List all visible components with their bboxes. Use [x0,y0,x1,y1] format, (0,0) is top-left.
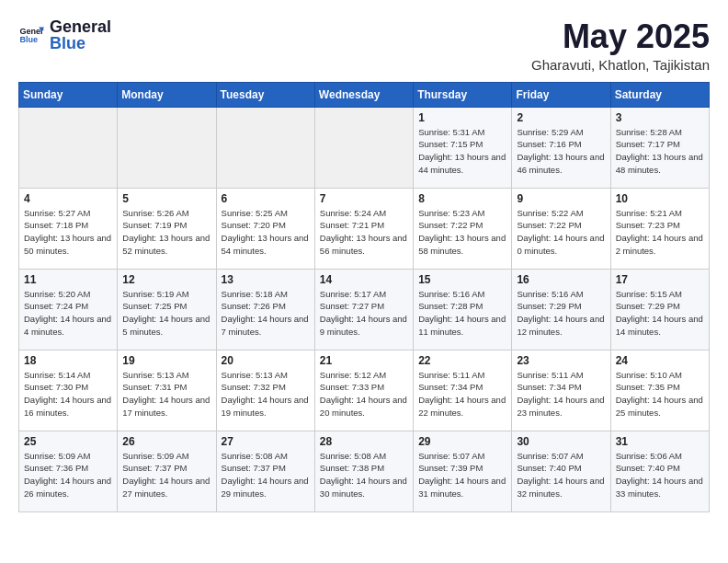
calendar-cell: 13Sunrise: 5:18 AMSunset: 7:26 PMDayligh… [216,269,314,350]
day-info: Sunrise: 5:13 AMSunset: 7:31 PMDaylight:… [122,369,210,419]
logo-blue-text: Blue [50,35,111,52]
calendar-cell [216,107,314,188]
weekday-header-tuesday: Tuesday [216,82,314,107]
day-info: Sunrise: 5:28 AMSunset: 7:17 PMDaylight:… [616,126,704,177]
calendar-cell: 24Sunrise: 5:10 AMSunset: 7:35 PMDayligh… [610,350,709,431]
calendar-cell: 12Sunrise: 5:19 AMSunset: 7:25 PMDayligh… [118,269,216,350]
calendar-cell [118,107,216,188]
calendar-cell [314,107,413,188]
day-info: Sunrise: 5:16 AMSunset: 7:29 PMDaylight:… [517,288,605,339]
calendar-cell: 29Sunrise: 5:07 AMSunset: 7:39 PMDayligh… [414,431,512,511]
calendar-cell: 30Sunrise: 5:07 AMSunset: 7:40 PMDayligh… [512,431,610,511]
calendar-cell: 6Sunrise: 5:25 AMSunset: 7:20 PMDaylight… [216,188,314,269]
calendar-cell: 4Sunrise: 5:27 AMSunset: 7:18 PMDaylight… [19,188,118,269]
calendar-cell: 17Sunrise: 5:15 AMSunset: 7:29 PMDayligh… [610,269,709,350]
weekday-header-saturday: Saturday [610,82,709,107]
day-number: 27 [222,435,310,448]
day-number: 1 [418,111,506,124]
calendar-cell: 9Sunrise: 5:22 AMSunset: 7:22 PMDaylight… [512,188,610,269]
calendar-cell: 8Sunrise: 5:23 AMSunset: 7:22 PMDaylight… [414,188,512,269]
day-info: Sunrise: 5:11 AMSunset: 7:34 PMDaylight:… [418,369,506,419]
day-info: Sunrise: 5:25 AMSunset: 7:20 PMDaylight:… [222,207,310,258]
calendar-cell [19,107,118,188]
day-info: Sunrise: 5:31 AMSunset: 7:15 PMDaylight:… [418,126,506,177]
day-number: 26 [122,435,210,448]
calendar-cell: 31Sunrise: 5:06 AMSunset: 7:40 PMDayligh… [610,431,709,511]
svg-text:Blue: Blue [19,35,38,44]
day-info: Sunrise: 5:08 AMSunset: 7:38 PMDaylight:… [320,450,408,500]
day-info: Sunrise: 5:08 AMSunset: 7:37 PMDaylight:… [222,450,310,500]
day-info: Sunrise: 5:10 AMSunset: 7:35 PMDaylight:… [616,369,704,419]
day-number: 8 [418,192,506,205]
day-info: Sunrise: 5:21 AMSunset: 7:23 PMDaylight:… [616,207,704,258]
day-info: Sunrise: 5:23 AMSunset: 7:22 PMDaylight:… [418,207,506,258]
weekday-header-monday: Monday [118,82,216,107]
day-info: Sunrise: 5:12 AMSunset: 7:33 PMDaylight:… [320,369,408,419]
calendar-cell: 21Sunrise: 5:12 AMSunset: 7:33 PMDayligh… [314,350,413,431]
day-info: Sunrise: 5:13 AMSunset: 7:32 PMDaylight:… [222,369,310,419]
calendar-cell: 7Sunrise: 5:24 AMSunset: 7:21 PMDaylight… [314,188,413,269]
week-row-4: 18Sunrise: 5:14 AMSunset: 7:30 PMDayligh… [19,350,710,431]
day-number: 3 [616,111,704,124]
day-number: 18 [24,354,112,367]
calendar-cell: 28Sunrise: 5:08 AMSunset: 7:38 PMDayligh… [314,431,413,511]
day-info: Sunrise: 5:27 AMSunset: 7:18 PMDaylight:… [24,207,112,258]
day-info: Sunrise: 5:18 AMSunset: 7:26 PMDaylight:… [222,288,310,339]
day-number: 16 [517,273,605,286]
day-number: 15 [418,273,506,286]
weekday-header-friday: Friday [512,82,610,107]
day-info: Sunrise: 5:19 AMSunset: 7:25 PMDaylight:… [122,288,210,339]
page-header: General Blue General Blue May 2025 Ghara… [18,18,710,73]
day-info: Sunrise: 5:06 AMSunset: 7:40 PMDaylight:… [616,450,704,500]
day-number: 30 [517,435,605,448]
day-number: 5 [122,192,210,205]
calendar-cell: 23Sunrise: 5:11 AMSunset: 7:34 PMDayligh… [512,350,610,431]
day-info: Sunrise: 5:07 AMSunset: 7:39 PMDaylight:… [418,450,506,500]
day-info: Sunrise: 5:09 AMSunset: 7:37 PMDaylight:… [122,450,210,500]
day-number: 7 [320,192,408,205]
day-number: 6 [222,192,310,205]
day-info: Sunrise: 5:20 AMSunset: 7:24 PMDaylight:… [24,288,112,339]
calendar-body: 1Sunrise: 5:31 AMSunset: 7:15 PMDaylight… [19,107,710,511]
day-number: 28 [320,435,408,448]
calendar-cell: 15Sunrise: 5:16 AMSunset: 7:28 PMDayligh… [414,269,512,350]
calendar-cell: 20Sunrise: 5:13 AMSunset: 7:32 PMDayligh… [216,350,314,431]
day-number: 14 [320,273,408,286]
day-number: 24 [616,354,704,367]
day-info: Sunrise: 5:15 AMSunset: 7:29 PMDaylight:… [616,288,704,339]
day-number: 22 [418,354,506,367]
day-info: Sunrise: 5:09 AMSunset: 7:36 PMDaylight:… [24,450,112,500]
day-number: 11 [24,273,112,286]
calendar-table: SundayMondayTuesdayWednesdayThursdayFrid… [18,82,710,512]
week-row-1: 1Sunrise: 5:31 AMSunset: 7:15 PMDaylight… [19,107,710,188]
day-info: Sunrise: 5:16 AMSunset: 7:28 PMDaylight:… [418,288,506,339]
day-info: Sunrise: 5:29 AMSunset: 7:16 PMDaylight:… [517,126,605,177]
week-row-3: 11Sunrise: 5:20 AMSunset: 7:24 PMDayligh… [19,269,710,350]
day-info: Sunrise: 5:24 AMSunset: 7:21 PMDaylight:… [320,207,408,258]
calendar-cell: 11Sunrise: 5:20 AMSunset: 7:24 PMDayligh… [19,269,118,350]
week-row-5: 25Sunrise: 5:09 AMSunset: 7:36 PMDayligh… [19,431,710,511]
calendar-cell: 1Sunrise: 5:31 AMSunset: 7:15 PMDaylight… [414,107,512,188]
logo-icon: General Blue [18,22,44,48]
day-number: 23 [517,354,605,367]
day-info: Sunrise: 5:22 AMSunset: 7:22 PMDaylight:… [517,207,605,258]
day-info: Sunrise: 5:11 AMSunset: 7:34 PMDaylight:… [517,369,605,419]
weekday-header-wednesday: Wednesday [314,82,413,107]
calendar-cell: 5Sunrise: 5:26 AMSunset: 7:19 PMDaylight… [118,188,216,269]
day-number: 9 [517,192,605,205]
day-number: 10 [616,192,704,205]
day-number: 19 [122,354,210,367]
calendar-cell: 10Sunrise: 5:21 AMSunset: 7:23 PMDayligh… [610,188,709,269]
weekday-header-sunday: Sunday [19,82,118,107]
calendar-cell: 2Sunrise: 5:29 AMSunset: 7:16 PMDaylight… [512,107,610,188]
day-info: Sunrise: 5:26 AMSunset: 7:19 PMDaylight:… [122,207,210,258]
day-number: 12 [122,273,210,286]
day-info: Sunrise: 5:07 AMSunset: 7:40 PMDaylight:… [517,450,605,500]
weekday-header-thursday: Thursday [414,82,512,107]
day-number: 20 [222,354,310,367]
calendar-cell: 26Sunrise: 5:09 AMSunset: 7:37 PMDayligh… [118,431,216,511]
logo: General Blue General Blue [18,18,111,52]
day-number: 29 [418,435,506,448]
header-row: SundayMondayTuesdayWednesdayThursdayFrid… [19,82,710,107]
day-number: 4 [24,192,112,205]
